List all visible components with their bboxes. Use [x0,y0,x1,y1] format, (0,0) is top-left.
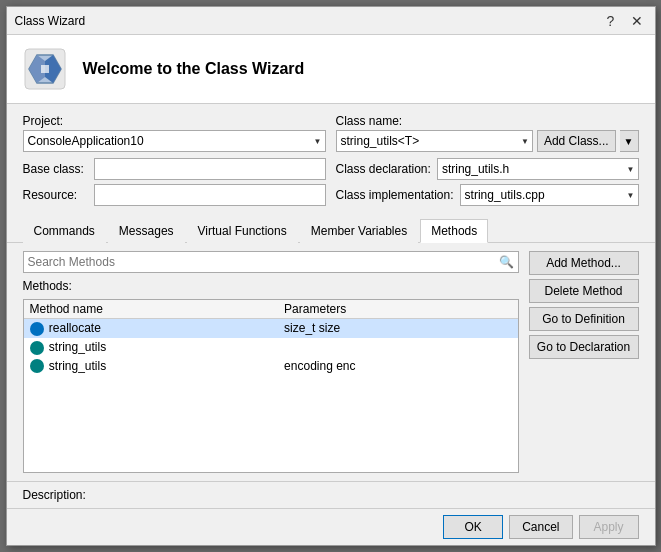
wizard-title: Welcome to the Class Wizard [83,60,305,78]
ok-button[interactable]: OK [443,515,503,539]
tab-messages[interactable]: Messages [108,219,185,243]
apply-button[interactable]: Apply [579,515,639,539]
left-panel: 🔍 Methods: Method name Parameters [23,251,519,473]
description-section: Description: [7,481,655,508]
content-section: 🔍 Methods: Method name Parameters [7,243,655,481]
dialog-title: Class Wizard [15,14,86,28]
method-params-cell [278,338,517,357]
table-row[interactable]: string_utils encoding enc [24,357,518,376]
add-class-button[interactable]: Add Class... [537,130,616,152]
classname-row: string_utils<T> Add Class... ▼ [336,130,639,152]
class-decl-label: Class declaration: [336,162,431,176]
svg-rect-4 [41,65,49,73]
go-to-definition-button[interactable]: Go to Definition [529,307,639,331]
class-decl-row: Class declaration: string_utils.h [336,158,639,180]
title-bar: Class Wizard ? ✕ [7,7,655,35]
methods-label: Methods: [23,279,519,293]
project-select-wrapper: ConsoleApplication10 [23,130,326,152]
description-label: Description: [23,488,86,502]
classname-select[interactable]: string_utils<T> [336,130,533,152]
tab-member-variables[interactable]: Member Variables [300,219,418,243]
project-label: Project: [23,114,326,128]
class-impl-label: Class implementation: [336,188,454,202]
table-row[interactable]: string_utils [24,338,518,357]
resource-label: Resource: [23,188,88,202]
close-button[interactable]: ✕ [627,11,647,31]
class-impl-select-wrap: string_utils.cpp [460,184,639,206]
class-decl-select[interactable]: string_utils.h [437,158,639,180]
project-classname-row: Project: ConsoleApplication10 Class name… [23,114,639,152]
title-bar-buttons: ? ✕ [601,11,647,31]
classname-label: Class name: [336,114,639,128]
base-class-row: Base class: [23,158,326,180]
resource-input[interactable] [94,184,326,206]
wizard-logo-icon [23,47,67,91]
method-public-icon [30,359,44,373]
base-decl-row: Base class: Resource: Class declaration:… [23,158,639,206]
right-panel: Add Method... Delete Method Go to Defini… [529,251,639,473]
method-name: reallocate [49,321,101,335]
method-params-cell: encoding enc [278,357,517,376]
search-input[interactable] [24,252,495,272]
col-parameters: Parameters [278,300,517,319]
class-impl-row: Class implementation: string_utils.cpp [336,184,639,206]
form-section: Project: ConsoleApplication10 Class name… [7,104,655,218]
delete-method-button[interactable]: Delete Method [529,279,639,303]
decl-impl-group: Class declaration: string_utils.h Class … [336,158,639,206]
classname-group: Class name: string_utils<T> Add Class...… [336,114,639,152]
method-params-cell: size_t size [278,319,517,338]
method-name-cell: string_utils [24,338,279,357]
class-impl-select[interactable]: string_utils.cpp [460,184,639,206]
wizard-header: Welcome to the Class Wizard [7,35,655,104]
base-resource-group: Base class: Resource: [23,158,326,206]
resource-row: Resource: [23,184,326,206]
method-name-cell: reallocate [24,319,279,338]
go-to-declaration-button[interactable]: Go to Declaration [529,335,639,359]
tab-commands[interactable]: Commands [23,219,106,243]
base-class-label: Base class: [23,162,88,176]
classname-select-wrapper: string_utils<T> [336,130,533,152]
project-select[interactable]: ConsoleApplication10 [23,130,326,152]
method-public-icon [30,341,44,355]
col-method-name: Method name [24,300,279,319]
class-wizard-dialog: Class Wizard ? ✕ Welcome to the Class Wi… [6,6,656,546]
method-private-icon [30,322,44,336]
footer: OK Cancel Apply [7,508,655,545]
add-class-split-button[interactable]: ▼ [620,130,639,152]
methods-table: Method name Parameters reallocate size_t… [24,300,518,375]
help-button[interactable]: ? [601,11,621,31]
methods-table-container: Method name Parameters reallocate size_t… [23,299,519,473]
add-method-button[interactable]: Add Method... [529,251,639,275]
tab-methods[interactable]: Methods [420,219,488,243]
project-group: Project: ConsoleApplication10 [23,114,326,152]
search-icon-button[interactable]: 🔍 [495,255,518,269]
method-name-cell: string_utils [24,357,279,376]
tabs-bar: Commands Messages Virtual Functions Memb… [7,218,655,243]
class-decl-select-wrap: string_utils.h [437,158,639,180]
method-name: string_utils [49,340,106,354]
table-row[interactable]: reallocate size_t size [24,319,518,338]
base-class-input[interactable] [94,158,326,180]
cancel-button[interactable]: Cancel [509,515,572,539]
search-box: 🔍 [23,251,519,273]
tab-virtual-functions[interactable]: Virtual Functions [187,219,298,243]
method-name: string_utils [49,359,106,373]
